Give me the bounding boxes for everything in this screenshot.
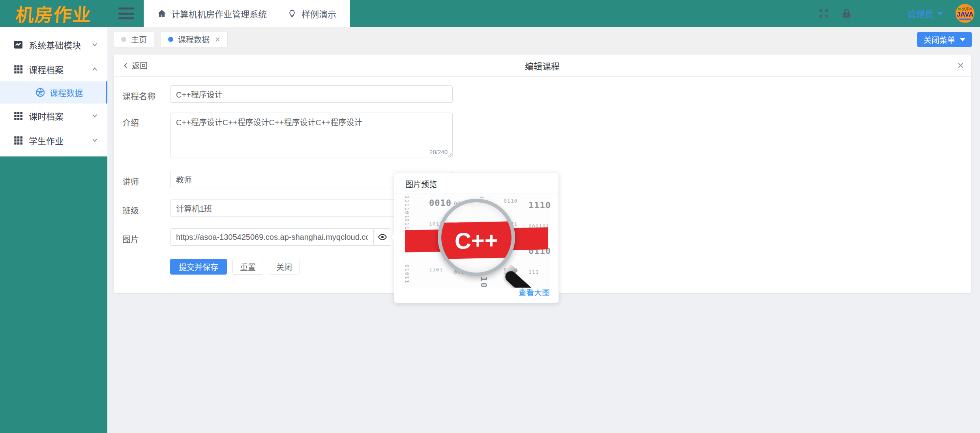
avatar-main-text: JAVA	[957, 11, 974, 18]
chevron-down-icon	[937, 12, 943, 15]
page-title: 编辑课程	[525, 59, 560, 72]
sidebar-item-student-homework[interactable]: 学生作业	[0, 128, 107, 152]
sidebar: 机房作业 系统基础模块 课程档案 课程数据 课时档案 学生作业	[0, 0, 107, 433]
tab-course-data[interactable]: 课程数据 ×	[161, 32, 228, 47]
image-preview-popover: 图片预览 11110100100001011110101101110001101…	[394, 173, 559, 303]
sidebar-item-label: 课程档案	[29, 63, 64, 75]
char-counter: 28/240	[428, 148, 448, 156]
sidebar-item-label: 系统基础模块	[29, 38, 81, 51]
teacher-label: 讲师	[122, 175, 139, 187]
app-logo: 机房作业	[0, 0, 107, 27]
chevron-down-icon	[960, 38, 965, 41]
close-button[interactable]: 关闭	[269, 259, 300, 275]
home-icon	[157, 9, 167, 18]
navbar-breadcrumb-section: 计算机机房作业管理系统 样例演示	[144, 0, 350, 27]
close-menu-button[interactable]: 关闭菜单	[917, 32, 972, 47]
intro-textarea[interactable]: C++程序设计C++程序设计C++程序设计C++程序设计 28/240	[170, 113, 453, 158]
form-actions: 提交并保存 重置 关闭	[170, 259, 300, 275]
chart-icon	[13, 40, 23, 50]
sidebar-item-label: 学生作业	[29, 134, 64, 147]
tab-label: 主页	[131, 34, 147, 45]
chevron-left-icon	[122, 62, 129, 69]
chevron-down-icon	[91, 41, 99, 49]
hamburger-menu-icon[interactable]	[118, 8, 134, 19]
chevron-down-icon	[91, 112, 99, 120]
tab-strip: 主页 课程数据 × 关闭菜单	[107, 27, 980, 52]
sidebar-menu: 系统基础模块 课程档案 课程数据 课时档案 学生作业	[0, 27, 107, 156]
chevron-up-icon	[91, 65, 99, 73]
course-name-input[interactable]	[170, 85, 453, 103]
tab-close-icon[interactable]: ×	[215, 35, 220, 44]
avatar[interactable]: 小郑 JAVA	[956, 4, 974, 23]
lock-icon[interactable]	[841, 8, 852, 19]
admin-dropdown[interactable]: 管理员	[907, 7, 943, 20]
admin-label: 管理员	[907, 7, 933, 20]
magnifier-lens: C++	[438, 199, 515, 276]
demo-label: 样例演示	[302, 7, 336, 20]
sidebar-item-label: 课时档案	[29, 109, 64, 122]
navbar-tools: 管理员 小郑 JAVA	[818, 4, 980, 23]
avatar-sub-line	[959, 19, 971, 20]
eye-icon	[378, 232, 387, 242]
top-navbar: 计算机机房作业管理系统 样例演示 管理员 小郑 JAVA	[107, 0, 980, 27]
grid-icon	[13, 64, 23, 74]
nav-demo-link[interactable]: 样例演示	[287, 7, 336, 20]
nav-home-link[interactable]: 计算机机房作业管理系统	[157, 7, 267, 20]
grid-icon	[13, 135, 23, 145]
tab-home[interactable]: 主页	[114, 32, 154, 47]
sidebar-item-course-data[interactable]: 课程数据	[0, 81, 107, 104]
intro-text: C++程序设计C++程序设计C++程序设计C++程序设计	[176, 118, 362, 127]
tab-dot	[168, 37, 173, 42]
close-icon[interactable]: ×	[958, 60, 964, 71]
card-header: 返回 编辑课程 ×	[114, 55, 971, 77]
popover-title: 图片预览	[394, 173, 558, 194]
sidebar-item-system-base[interactable]: 系统基础模块	[0, 32, 107, 57]
class-label: 班级	[122, 204, 139, 216]
preview-eye-button[interactable]	[374, 228, 391, 246]
sidebar-item-lesson-archive[interactable]: 课时档案	[0, 104, 107, 128]
back-label: 返回	[132, 60, 148, 71]
tab-label: 课程数据	[178, 34, 210, 45]
close-menu-label: 关闭菜单	[924, 34, 955, 45]
intro-label: 介绍	[122, 116, 139, 128]
app-logo-text: 机房作业	[15, 0, 93, 26]
tab-dot	[121, 37, 126, 42]
reset-button[interactable]: 重置	[232, 259, 263, 275]
lightbulb-icon	[287, 9, 297, 18]
cpp-label: C++	[455, 226, 498, 254]
image-label: 图片	[122, 233, 139, 245]
aperture-icon	[36, 88, 45, 97]
image-url-input[interactable]	[170, 228, 374, 246]
chevron-down-icon	[91, 136, 99, 144]
sidebar-subitem-label: 课程数据	[50, 87, 83, 98]
fullscreen-icon[interactable]	[818, 8, 829, 19]
course-image-preview: 1111010010000101111010110111000110110111…	[402, 194, 551, 288]
back-button[interactable]: 返回	[122, 60, 148, 71]
sidebar-item-course-archive[interactable]: 课程档案	[0, 57, 107, 81]
grid-icon	[13, 111, 23, 121]
submit-save-button[interactable]: 提交并保存	[170, 259, 227, 275]
view-large-link[interactable]: 查看大图	[518, 286, 550, 298]
course-name-label: 课程名称	[122, 90, 156, 102]
system-title: 计算机机房作业管理系统	[171, 7, 267, 20]
